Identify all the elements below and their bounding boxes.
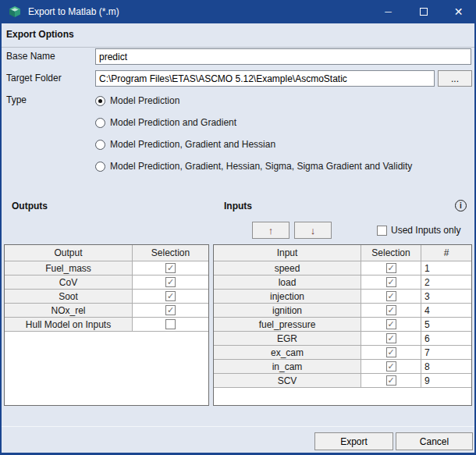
radio-icon[interactable] — [95, 140, 105, 150]
selection-checkbox[interactable]: ✓ — [165, 291, 176, 301]
table-row: CoV✓ — [5, 275, 208, 290]
type-option-label[interactable]: Model Prediction, Gradient, Hessian, Sig… — [110, 161, 412, 172]
row-name-cell: Soot — [5, 290, 133, 304]
table-row: Fuel_mass✓ — [5, 261, 208, 275]
row-name-cell: ignition — [214, 304, 361, 318]
titlebar[interactable]: Export to Matlab (*.m) ─ ✕ — [0, 0, 476, 23]
row-name-cell: injection — [214, 290, 361, 304]
row-name-cell: SCV — [214, 374, 361, 388]
selection-checkbox[interactable]: ✓ — [386, 291, 396, 301]
selection-checkbox[interactable]: ✓ — [386, 333, 396, 343]
row-selection-cell: ✓ — [361, 346, 421, 360]
type-option[interactable]: Model Prediction, Gradient, Hessian, Sig… — [95, 160, 412, 172]
target-folder-input[interactable]: C:\Program Files\ETAS\ASCMO 5.12\Example… — [95, 70, 435, 87]
info-icon[interactable]: i — [455, 200, 467, 212]
base-name-label: Base Name — [6, 50, 55, 62]
type-option-label[interactable]: Model Prediction — [110, 95, 179, 106]
used-inputs-only-checkbox[interactable] — [377, 226, 387, 236]
row-name-cell: in_cam — [214, 360, 361, 374]
used-inputs-only-label[interactable]: Used Inputs only — [391, 224, 460, 236]
row-selection-cell: ✓ — [133, 290, 208, 304]
type-option[interactable]: Model Prediction — [95, 94, 179, 107]
export-button[interactable]: Export — [314, 432, 393, 450]
footer-separator — [2, 426, 474, 427]
table-row: ignition✓4 — [214, 304, 471, 318]
row-number-cell: 1 — [421, 261, 471, 275]
table-row: NOx_rel✓ — [5, 304, 208, 318]
selection-checkbox[interactable]: ✓ — [386, 347, 396, 357]
outputs-heading: Outputs — [12, 200, 48, 212]
row-number-cell: 2 — [421, 275, 471, 290]
row-selection-cell: ✓ — [361, 332, 421, 346]
minimize-button[interactable]: ─ — [371, 0, 406, 23]
cancel-button[interactable]: Cancel — [396, 432, 473, 450]
row-selection-cell: ✓ — [361, 374, 421, 388]
row-number-cell: 5 — [421, 318, 471, 332]
row-name-cell: Hull Model on Inputs — [5, 318, 133, 332]
selection-checkbox[interactable] — [165, 319, 176, 329]
table-row: Hull Model on Inputs — [5, 318, 208, 332]
table-row: Soot✓ — [5, 290, 208, 304]
row-selection-cell: ✓ — [133, 261, 208, 275]
close-button[interactable]: ✕ — [441, 0, 476, 23]
type-option[interactable]: Model Prediction, Gradient and Hessian — [95, 138, 275, 151]
selection-checkbox[interactable]: ✓ — [165, 305, 176, 315]
table-row: SCV✓9 — [214, 374, 471, 388]
type-option-label[interactable]: Model Prediction, Gradient and Hessian — [110, 139, 275, 150]
selection-checkbox[interactable]: ✓ — [386, 305, 396, 315]
base-name-input[interactable]: predict — [95, 48, 471, 65]
row-number-cell: 3 — [421, 290, 471, 304]
radio-icon[interactable] — [95, 118, 105, 128]
row-number-cell: 4 — [421, 304, 471, 318]
row-selection-cell: ✓ — [133, 304, 208, 318]
row-name-cell: fuel_pressure — [214, 318, 361, 332]
dialog-body: Export Options Base Name predict Target … — [2, 23, 474, 453]
inputs-table: InputSelection#speed✓1load✓2injection✓3i… — [213, 244, 472, 406]
row-name-cell: ex_cam — [214, 346, 361, 360]
down-arrow-icon: ↓ — [311, 225, 316, 236]
export-options-heading: Export Options — [6, 28, 74, 41]
up-arrow-icon: ↑ — [268, 225, 274, 236]
type-option-label[interactable]: Model Prediction and Gradient — [110, 117, 236, 128]
table-row: fuel_pressure✓5 — [214, 318, 471, 332]
table-row: injection✓3 — [214, 290, 471, 304]
selection-checkbox[interactable]: ✓ — [386, 263, 396, 273]
selection-checkbox[interactable]: ✓ — [386, 277, 396, 287]
row-name-cell: Fuel_mass — [5, 261, 133, 275]
type-option[interactable]: Model Prediction and Gradient — [95, 116, 236, 129]
row-selection-cell: ✓ — [133, 275, 208, 290]
column-header: Output — [5, 245, 133, 261]
row-name-cell: NOx_rel — [5, 304, 133, 318]
row-selection-cell: ✓ — [361, 261, 421, 275]
selection-checkbox[interactable]: ✓ — [386, 319, 396, 329]
window-title: Export to Matlab (*.m) — [28, 0, 119, 23]
radio-icon[interactable] — [95, 162, 105, 172]
used-inputs-only[interactable]: Used Inputs only — [377, 224, 460, 236]
table-row: EGR✓6 — [214, 332, 471, 346]
row-number-cell: 7 — [421, 346, 471, 360]
row-selection-cell: ✓ — [361, 275, 421, 290]
maximize-button[interactable] — [406, 0, 441, 23]
radio-icon[interactable] — [95, 96, 105, 106]
type-label: Type — [6, 94, 27, 106]
row-number-cell: 6 — [421, 332, 471, 346]
close-icon: ✕ — [454, 5, 464, 18]
header-separator — [2, 47, 474, 48]
move-down-button[interactable]: ↓ — [294, 222, 332, 239]
table-row: load✓2 — [214, 275, 471, 290]
column-header: Selection — [361, 245, 421, 261]
table-header-row: InputSelection# — [214, 245, 471, 261]
move-up-button[interactable]: ↑ — [252, 222, 290, 239]
row-selection-cell: ✓ — [361, 318, 421, 332]
row-name-cell: load — [214, 275, 361, 290]
selection-checkbox[interactable]: ✓ — [165, 263, 176, 273]
row-number-cell: 8 — [421, 360, 471, 374]
column-header: Input — [214, 245, 361, 261]
row-selection-cell: ✓ — [361, 304, 421, 318]
browse-button[interactable]: ... — [438, 70, 472, 87]
selection-checkbox[interactable]: ✓ — [165, 277, 176, 287]
selection-checkbox[interactable]: ✓ — [386, 361, 396, 371]
row-name-cell: speed — [214, 261, 361, 275]
selection-checkbox[interactable]: ✓ — [386, 375, 396, 386]
maximize-icon — [420, 8, 428, 16]
